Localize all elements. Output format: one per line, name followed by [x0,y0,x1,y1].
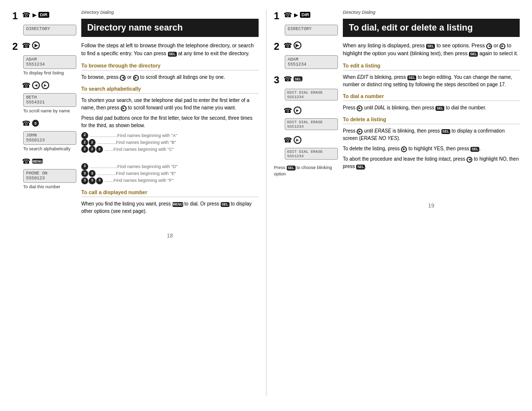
right-phone-arrow2: ☎ [284,136,292,144]
left-steps-column: 1 ☎ ▶ DIR DIRECTORY 2 ☎ ▶ [12,10,76,396]
left-arrow-btn: ◄ [32,81,40,89]
step-dial-icons: ☎ MENU [22,157,43,165]
right-circle-btn: ▶ [294,41,301,49]
left-page: 1 ☎ ▶ DIR DIRECTORY 2 ☎ ▶ [5,10,266,396]
right-phone-icon-2: ☎ [284,41,292,49]
step-alpha-icons: ☎ 5 [22,119,39,127]
right-icon-alpha: ► [121,105,127,111]
right-step-3-icons: ☎ SEL [284,75,302,83]
step-2: 2 ☎ ▶ ADAM5551234 To display first listi… [12,40,76,75]
key-group-c: 222 [81,146,103,153]
main-heading-left: Directory name search [81,19,259,37]
intro-text-left: Follow the steps at left to browse throu… [81,42,259,58]
screen-john: JOHN5550123 [23,131,76,145]
subsection-delete: To delete a listing [343,116,520,124]
right-screen-directory: DIRECTORY [285,25,338,35]
right-screen-edit3: EDIT DIAL ERASE5551234 [285,148,338,160]
right-arrow-btn2: ► [294,136,301,144]
key-group-e: 33 [81,170,96,177]
step-dial: ☎ MENU PHONE ON5550123 To dial this numb… [12,156,76,189]
right-page: 1 ☎ ▶ DIR DIRECTORY 2 ☎ ▶ [266,10,527,396]
right-step-arrow2-icons: ☎ ► [284,136,301,144]
delete-text-2: To delete the listing, press ► to highli… [343,145,520,152]
right-screen-adam: ADAM5551234 [285,55,338,69]
step-alpha: ☎ 5 JOHN5550123 To search alphabetically [12,118,76,151]
intro-text-right: When any listing is displayed, press SEL… [343,42,520,58]
num2-c1: 2 [81,146,88,153]
right-phone-icon-1: ☎ [284,11,292,19]
key-group-f: 333 [81,177,103,184]
sel-btn-right-intro: SEL [426,44,435,49]
right-screen-edit1: EDIT DIAL ERASE5551234 [285,89,338,101]
dial-num-text: Press ► until DIAL is blinking, then pre… [343,104,520,111]
right-step-1: 1 ☎ ▶ DIR DIRECTORY [274,10,338,35]
right-step-arrow1: ☎ ► EDIT DIAL ERASE5551234 [274,105,338,130]
key-group-d: 3 [81,163,88,170]
screen-directory: DIRECTORY [23,25,76,35]
key-list-def: 3......................Find names beginn… [81,163,259,184]
step-number-1: 1 [12,11,22,21]
right-phone-icon-3: ☎ [284,75,292,83]
caption-scroll-name: To scroll name by name [23,108,76,113]
right-screen-edit2: EDIT DIAL ERASE5551234 [285,118,338,130]
num3-f1: 3 [81,177,88,184]
key-list-abc: 2......................Find names beginn… [81,132,259,153]
right-icon-delete: ► [357,129,363,135]
subsection-dial-num: To dial a number [343,93,520,101]
step-1: 1 ☎ ▶ DIR DIRECTORY [12,10,76,35]
page-container: 1 ☎ ▶ DIR DIRECTORY 2 ☎ ▶ [0,0,532,411]
dir-label: DIR [38,12,49,18]
step-2-icons: ☎ ▶ [22,41,40,49]
sel-btn-call: SEL [221,202,230,207]
page-number-left: 18 [81,218,259,239]
step-number-2: 2 [12,41,22,51]
screen-beth: BETH5554321 [23,93,76,107]
num2-c2: 2 [89,146,96,153]
press-caption: Press SEL to choose blinking option [274,165,338,177]
num2-a: 2 [81,132,88,139]
step-scroll: ☎ ◄ ► BETH5554321 To scroll name by name [12,80,76,113]
subsection-edit: To edit a listing [343,63,520,70]
right-icon-yes: ► [401,146,407,152]
right-steps-column: 1 ☎ ▶ DIR DIRECTORY 2 ☎ ▶ [274,10,338,396]
right-dir-label: DIR [300,12,311,18]
section-title-right: Directory Dialing [343,10,520,15]
step-scroll-icons: ☎ ◄ ► [22,81,49,89]
right-icon: ► [133,75,139,81]
subsection-alpha: To search alphabetically [81,86,259,94]
left-icon-no: ◄ [466,157,472,163]
caption-display-first: To display first listing [23,70,76,75]
num2-b1: 2 [81,139,88,146]
right-arrow-btn1: ► [294,106,301,114]
step-1-icons: ☎ ▶ DIR [22,11,49,19]
right-step-number-2: 2 [274,41,284,51]
left-text-column: Directory Dialing Directory name search … [81,10,259,396]
main-heading-right: To dial, edit or delete a listing [343,19,520,37]
browse-text: To browse, press ◄ or ► to scroll throug… [81,73,259,81]
key-group-b: 22 [81,139,96,146]
sel-btn-caption: SEL [287,166,296,171]
right-step-1-icons: ☎ ▶ DIR [284,11,311,19]
sel-btn-delete: SEL [441,129,450,134]
right-step-arrow1-icons: ☎ ► [284,106,301,114]
caption-search-alpha: To search alphabetically [23,146,76,151]
right-step-3: 3 ☎ SEL EDIT DIAL ERASE5551234 [274,74,338,101]
phone-icon-scroll: ☎ [22,81,31,89]
right-icon-right: ► [499,43,505,49]
delete-text-3: To abort the procedure and leave the lis… [343,155,520,170]
circle-btn-step2: ▶ [32,41,40,49]
right-step-number-1: 1 [274,11,284,21]
right-step-number-3: 3 [274,75,284,85]
alpha-text-1: To shorten your search, use the telephon… [81,97,259,111]
page-number-right: 19 [343,173,520,208]
menu-btn-call: MENU [172,202,183,207]
right-sel-btn-3: SEL [294,76,302,81]
caption-dial-this: To dial this number [23,184,76,189]
sel-btn-intro: SEL [168,52,177,57]
right-arrow-btn: ► [41,81,49,89]
num3-f3: 3 [96,177,103,184]
right-step-arrow2: ☎ ► EDIT DIAL ERASE5551234 [274,135,338,160]
sel-btn-yes: SEL [470,147,479,152]
screen-adam: ADAM5551234 [23,55,76,69]
right-phone-arrow1: ☎ [284,106,292,114]
